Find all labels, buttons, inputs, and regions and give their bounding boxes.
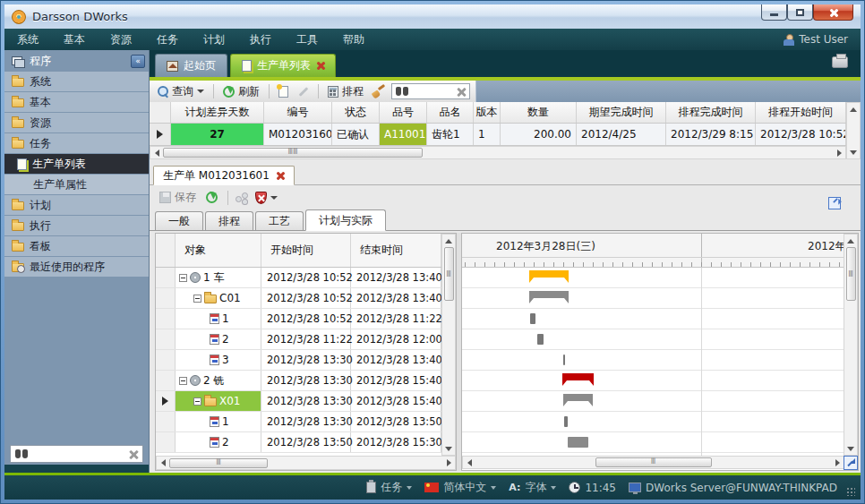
refresh-button[interactable]: 刷新 xyxy=(220,84,262,99)
grid-horizontal-scrollbar[interactable]: ⅢⅢ xyxy=(150,146,846,159)
sidebar-collapse-button[interactable]: « xyxy=(131,55,145,68)
new-button[interactable] xyxy=(276,86,291,98)
tree-object-cell[interactable]: C01 xyxy=(176,288,261,308)
scrollbar-thumb[interactable]: ⅢⅢ xyxy=(163,148,423,158)
scroll-left-icon[interactable] xyxy=(150,147,163,158)
tree-row-8[interactable]: 22012/3/28 13:502012/3/28 15:30 xyxy=(156,432,441,453)
menu-item-6[interactable]: 工具 xyxy=(284,29,330,50)
tree-object-cell[interactable]: 2 铣 xyxy=(176,371,261,390)
grid-cell-0[interactable]: 27 xyxy=(171,124,264,145)
scroll-down-icon[interactable] xyxy=(442,442,455,455)
tree-column-header-2[interactable]: 结束时间 xyxy=(351,234,441,267)
detail-tab-3[interactable]: 计划与实际 xyxy=(305,209,386,231)
scroll-down-icon[interactable] xyxy=(844,442,857,455)
tree-column-header-1[interactable]: 开始时间 xyxy=(261,234,351,267)
status-font-menu[interactable]: A: 字体 xyxy=(509,480,556,495)
language-dropdown-icon[interactable] xyxy=(491,486,496,490)
scroll-down-icon[interactable] xyxy=(847,146,860,158)
tree-row-0[interactable]: 1 车2012/3/28 10:522012/3/28 13:40 xyxy=(156,268,441,288)
gantt-bar-3[interactable] xyxy=(537,334,544,345)
validate-dropdown-icon[interactable] xyxy=(270,196,278,200)
page-tab-1[interactable]: 生产单列表 xyxy=(230,54,336,77)
status-task-menu[interactable]: 任务 xyxy=(366,480,412,495)
menu-item-2[interactable]: 资源 xyxy=(98,29,144,50)
grid-cell-5[interactable]: 1 xyxy=(474,124,501,145)
tree-object-cell[interactable]: 2 xyxy=(176,329,261,349)
grid-cell-6[interactable]: 200.00 xyxy=(501,124,577,145)
gantt-vertical-scrollbar[interactable]: Ⅲ xyxy=(844,234,858,456)
tree-column-header-0[interactable]: 对象 xyxy=(176,234,261,267)
save-button[interactable]: 保存 xyxy=(157,190,199,205)
task-dropdown-icon[interactable] xyxy=(407,486,412,490)
tree-object-cell[interactable]: 3 xyxy=(176,350,261,370)
menu-item-0[interactable]: 系统 xyxy=(4,29,51,50)
query-dropdown-icon[interactable] xyxy=(197,90,204,93)
column-header-0[interactable]: 计划差异天数 xyxy=(171,102,264,123)
close-detail-tab-icon[interactable] xyxy=(277,172,285,180)
menu-item-7[interactable]: 帮助 xyxy=(330,29,377,50)
sidebar-search-box[interactable] xyxy=(10,445,143,463)
tree-vertical-scrollbar[interactable]: Ⅲ xyxy=(441,234,456,456)
sidebar-item-2[interactable]: 资源 xyxy=(4,113,149,132)
detail-tab-0[interactable]: 一般 xyxy=(155,211,203,230)
tree-row-7[interactable]: 12012/3/28 13:302012/3/28 13:50 xyxy=(156,412,441,432)
grid-vertical-scrollbar[interactable] xyxy=(846,102,861,159)
validate-button[interactable] xyxy=(253,192,280,204)
menu-item-4[interactable]: 计划 xyxy=(191,29,237,50)
sidebar-item-8[interactable]: 看板 xyxy=(4,236,149,256)
tree-expander-icon[interactable] xyxy=(193,397,201,406)
table-row[interactable]: 27M012031601已确认A11001齿轮11200.002012/4/25… xyxy=(150,124,846,146)
tree-object-cell[interactable]: 1 xyxy=(176,309,261,329)
sidebar-item-5[interactable]: 生产单属性 xyxy=(4,175,149,194)
tree-object-cell[interactable]: 2 xyxy=(176,432,261,452)
tree-row-4[interactable]: 32012/3/28 13:302012/3/28 13:40 xyxy=(156,350,441,371)
tree-horizontal-scrollbar[interactable]: Ⅲ xyxy=(156,456,456,470)
column-header-5[interactable]: 版本 xyxy=(474,102,501,123)
sidebar-item-4[interactable]: 生产单列表 xyxy=(4,154,149,174)
font-dropdown-icon[interactable] xyxy=(551,486,556,490)
column-header-2[interactable]: 状态 xyxy=(332,102,380,123)
tree-object-cell[interactable]: 1 车 xyxy=(176,268,261,287)
column-header-3[interactable]: 品号 xyxy=(380,102,427,123)
expand-gantt-icon[interactable] xyxy=(844,456,858,470)
scroll-up-icon[interactable] xyxy=(847,103,860,115)
column-header-6[interactable]: 数量 xyxy=(501,102,577,123)
scroll-up-icon[interactable] xyxy=(844,235,857,247)
grid-cell-2[interactable]: 已确认 xyxy=(332,124,380,145)
clear-search-icon[interactable] xyxy=(128,449,138,459)
tree-row-1[interactable]: C012012/3/28 10:522012/3/28 13:40 xyxy=(156,288,441,309)
scroll-left-icon[interactable] xyxy=(463,457,475,468)
sidebar-item-1[interactable]: 基本 xyxy=(4,92,149,112)
clean-button[interactable] xyxy=(370,86,388,98)
grid-cell-3[interactable]: A11001 xyxy=(380,124,427,145)
resize-grip[interactable] xyxy=(846,487,855,496)
tree-expander-icon[interactable] xyxy=(179,274,187,282)
tree-expander-icon[interactable] xyxy=(193,295,201,303)
tree-expander-icon[interactable] xyxy=(179,377,187,385)
gantt-horizontal-scrollbar[interactable]: Ⅲ xyxy=(462,456,844,469)
sidebar-item-3[interactable]: 任务 xyxy=(4,133,149,153)
grid-cell-9[interactable]: 2012/3/28 10:52 xyxy=(756,124,846,145)
close-tab-icon[interactable] xyxy=(316,62,324,70)
close-button[interactable] xyxy=(813,4,853,21)
tree-row-5[interactable]: 2 铣2012/3/28 13:302012/3/28 15:40 xyxy=(156,371,441,391)
clear-search-icon[interactable] xyxy=(456,87,466,97)
scroll-right-icon[interactable] xyxy=(831,457,844,468)
scroll-up-icon[interactable] xyxy=(442,235,455,247)
tree-object-cell[interactable]: X01 xyxy=(176,391,261,411)
column-header-9[interactable]: 排程开始时间 xyxy=(756,102,846,123)
scroll-right-icon[interactable] xyxy=(442,457,455,469)
gantt-bar-7[interactable] xyxy=(564,416,568,427)
edit-button[interactable] xyxy=(295,86,312,98)
column-header-8[interactable]: 排程完成时间 xyxy=(666,102,756,123)
query-button[interactable]: 查询 xyxy=(155,84,207,99)
schedule-button[interactable]: 排程 xyxy=(325,84,366,99)
minimize-button[interactable] xyxy=(761,4,787,21)
menu-item-5[interactable]: 执行 xyxy=(237,29,284,50)
grid-cell-1[interactable]: M012031601 xyxy=(264,124,332,145)
sidebar-item-9[interactable]: 最近使用的程序 xyxy=(4,257,149,277)
popout-icon[interactable] xyxy=(828,197,841,209)
scroll-left-icon[interactable] xyxy=(157,457,169,469)
printer-icon[interactable] xyxy=(832,56,848,68)
menu-item-3[interactable]: 任务 xyxy=(144,29,191,50)
